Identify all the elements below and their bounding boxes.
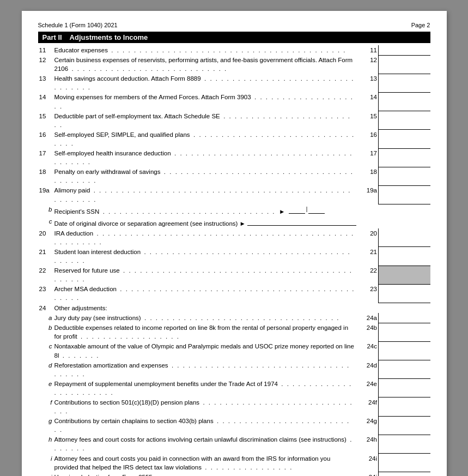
row-label: Archer MSA deduction . . . . . . . . . .… bbox=[53, 284, 357, 303]
row-label: Repayment of supplemental unemployment b… bbox=[53, 379, 357, 397]
row-number: 23 bbox=[38, 284, 53, 303]
table-row: 15 Deductible part of self-employment ta… bbox=[38, 111, 430, 130]
row-number: 24 bbox=[38, 303, 53, 314]
amount-input[interactable] bbox=[379, 148, 430, 167]
amount-input[interactable] bbox=[379, 379, 430, 397]
line-ref: 22 bbox=[357, 266, 379, 284]
line-ref: 15 bbox=[357, 111, 379, 130]
amount-input[interactable] bbox=[379, 111, 430, 130]
row-number: 17 bbox=[38, 148, 53, 167]
row-label: Alimony paid . . . . . . . . . . . . . .… bbox=[53, 185, 357, 204]
table-row: b Recipient's SSN . . . . . . . . . . . … bbox=[38, 204, 430, 216]
line-ref: 24a bbox=[357, 313, 379, 323]
amount-input[interactable] bbox=[379, 92, 430, 111]
ssn-box-1[interactable] bbox=[289, 205, 305, 214]
amount-input[interactable] bbox=[379, 55, 430, 74]
line-ref: 21 bbox=[357, 247, 379, 266]
amount-input[interactable] bbox=[379, 454, 430, 472]
row-label: Reserved for future use . . . . . . . . … bbox=[53, 266, 357, 284]
row-number: h bbox=[38, 435, 53, 453]
amount-input[interactable] bbox=[379, 247, 430, 266]
amount-input[interactable] bbox=[379, 185, 430, 204]
row-label: Penalty on early withdrawal of savings .… bbox=[53, 167, 357, 185]
row-label: Housing deduction from Form 2555 . . . .… bbox=[53, 472, 357, 476]
line-ref: 24h bbox=[357, 435, 379, 453]
amount-input[interactable] bbox=[379, 284, 430, 303]
line-ref: 24c bbox=[357, 341, 379, 360]
row-label: Attorney fees and court costs you paid i… bbox=[53, 454, 357, 472]
line-ref: 24b bbox=[357, 323, 379, 341]
line-ref: 24g bbox=[357, 416, 379, 435]
amount-input[interactable] bbox=[379, 45, 430, 55]
table-row: a Jury duty pay (see instructions) . . .… bbox=[38, 313, 430, 323]
amount-input[interactable] bbox=[379, 228, 430, 247]
line-ref: 24f bbox=[357, 397, 379, 416]
amount-input[interactable] bbox=[379, 435, 430, 453]
line-ref bbox=[357, 204, 379, 216]
spacer bbox=[379, 204, 430, 216]
amount-input[interactable] bbox=[379, 397, 430, 416]
table-row: 22 Reserved for future use . . . . . . .… bbox=[38, 266, 430, 284]
amount-input[interactable] bbox=[379, 167, 430, 185]
table-row: f Contributions to section 501(c)(18)(D)… bbox=[38, 397, 430, 416]
row-label: Contributions by certain chaplains to se… bbox=[53, 416, 357, 435]
row-label: Other adjustments: bbox=[53, 303, 430, 314]
row-label: Moving expenses for members of the Armed… bbox=[53, 92, 357, 111]
line-ref: 24d bbox=[357, 360, 379, 379]
table-row: 20 IRA deduction . . . . . . . . . . . .… bbox=[38, 228, 430, 247]
row-number: b bbox=[38, 204, 53, 216]
row-number: 13 bbox=[38, 74, 53, 92]
row-number: 20 bbox=[38, 228, 53, 247]
arrow-icon: ► bbox=[279, 208, 285, 215]
line-ref: 13 bbox=[357, 74, 379, 92]
row-number: a bbox=[38, 313, 53, 323]
row-label: Self-employed health insurance deduction… bbox=[53, 148, 357, 167]
tax-form-page: Schedule 1 (Form 1040) 2021 Page 2 Part … bbox=[22, 11, 447, 476]
table-row: 13 Health savings account deduction. Att… bbox=[38, 74, 430, 92]
amount-input[interactable] bbox=[379, 472, 430, 476]
line-ref: 14 bbox=[357, 92, 379, 111]
amount-input[interactable] bbox=[379, 341, 430, 360]
line-ref: 24e bbox=[357, 379, 379, 397]
ssn-field: | bbox=[289, 205, 325, 214]
row-number: 21 bbox=[38, 247, 53, 266]
date-input[interactable] bbox=[247, 217, 356, 226]
amount-input[interactable] bbox=[379, 323, 430, 341]
amount-input[interactable] bbox=[379, 74, 430, 92]
row-label: Jury duty pay (see instructions) . . . .… bbox=[53, 313, 357, 323]
table-row: 17 Self-employed health insurance deduct… bbox=[38, 148, 430, 167]
amount-input[interactable] bbox=[379, 416, 430, 435]
page-header: Schedule 1 (Form 1040) 2021 Page 2 bbox=[38, 22, 430, 28]
table-row: d Reforestation amortization and expense… bbox=[38, 360, 430, 379]
row-label: Reforestation amortization and expenses … bbox=[53, 360, 357, 379]
line-ref: 24j bbox=[357, 472, 379, 476]
line-ref: 12 bbox=[357, 55, 379, 74]
row-number: 18 bbox=[38, 167, 53, 185]
row-label: Educator expenses . . . . . . . . . . . … bbox=[53, 45, 357, 55]
table-row: 18 Penalty on early withdrawal of saving… bbox=[38, 167, 430, 185]
row-label: Date of original divorce or separation a… bbox=[53, 216, 430, 228]
ssn-box-2[interactable] bbox=[308, 205, 325, 214]
page-number: Page 2 bbox=[411, 22, 430, 28]
table-row: j Housing deduction from Form 2555 . . .… bbox=[38, 472, 430, 476]
row-label: Certain business expenses of reservists,… bbox=[53, 55, 357, 74]
row-label: Attorney fees and court costs for action… bbox=[53, 435, 357, 453]
row-label: Deductible expenses related to income re… bbox=[53, 323, 357, 341]
row-label: Student loan interest deduction . . . . … bbox=[53, 247, 357, 266]
table-row: 14 Moving expenses for members of the Ar… bbox=[38, 92, 430, 111]
line-ref: 17 bbox=[357, 148, 379, 167]
row-number: b bbox=[38, 323, 53, 341]
amount-input[interactable] bbox=[379, 360, 430, 379]
row-number: 11 bbox=[38, 45, 53, 55]
row-number: 22 bbox=[38, 266, 53, 284]
part-title: Adjustments to Income bbox=[70, 33, 148, 41]
amount-input[interactable] bbox=[379, 313, 430, 323]
row-number: 16 bbox=[38, 130, 53, 148]
row-label: Health savings account deduction. Attach… bbox=[53, 74, 357, 92]
row-number: i bbox=[38, 454, 53, 472]
row-number: c bbox=[38, 216, 53, 228]
part-label: Part II bbox=[42, 33, 62, 41]
amount-input-shaded bbox=[379, 266, 430, 284]
row-label: Deductible part of self-employment tax. … bbox=[53, 111, 357, 130]
amount-input[interactable] bbox=[379, 130, 430, 148]
